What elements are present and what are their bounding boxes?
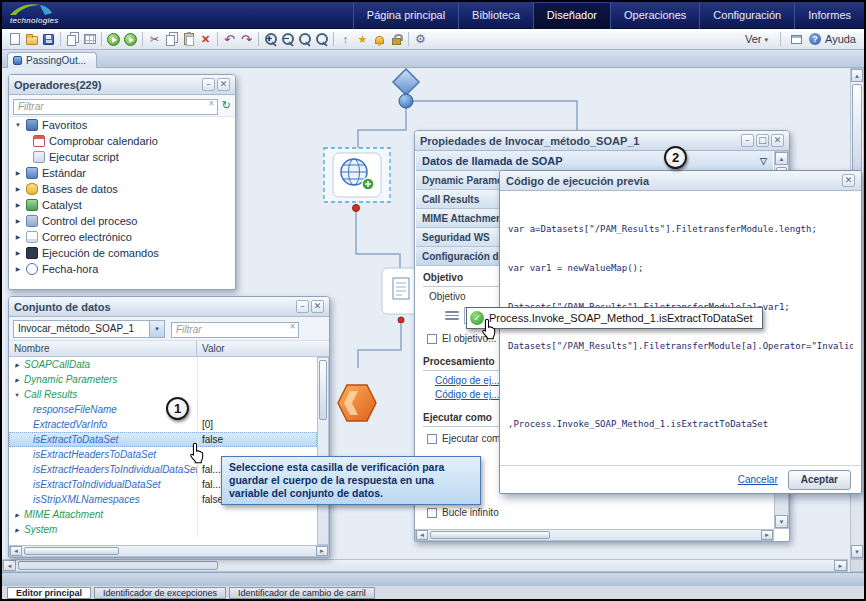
close-icon[interactable]: ✕ [311,300,324,313]
properties-panel-titlebar[interactable]: Propiedades de Invocar_método_SOAP_1 – □… [415,131,789,151]
scroll-down-arrow[interactable]: ▼ [851,545,863,558]
tree-item-favoritos[interactable]: ▼ Favoritos [9,117,235,133]
table-row-responsefilename[interactable]: responseFileName [9,402,317,417]
table-row-extractedvarinfo[interactable]: ExtractedVarInfo [0] [9,417,317,432]
operators-filter-input[interactable] [13,99,218,115]
cut-icon[interactable]: ✂ [146,31,163,48]
table-row-isextracttodataset[interactable]: isExtractToDataSet false [9,432,317,447]
alerts-icon[interactable] [371,31,388,48]
tree-item-bases-de-datos[interactable]: ▶ Bases de datos [9,181,235,197]
tree-closed-icon[interactable]: ▶ [13,358,21,372]
document-tab-passingout[interactable]: PassingOut... [7,52,97,68]
tree-closed-icon[interactable]: ▶ [14,246,22,261]
minimize-icon[interactable]: – [202,78,215,91]
column-header-valor[interactable]: Valor [197,341,329,356]
close-icon[interactable]: ✕ [217,78,230,91]
codigo-ejecucion-previa-link[interactable]: Código de ej... [435,375,500,387]
minimize-icon[interactable]: – [741,134,754,147]
operator-selector-dropdown[interactable]: Invocar_método_SOAP_1 ▾ [13,320,165,338]
column-header-nombre[interactable]: Nombre [9,341,197,356]
zoom-out-icon[interactable] [279,31,296,48]
close-icon[interactable]: ✕ [771,134,784,147]
zoom-in-icon[interactable] [262,31,279,48]
nav-configuracion[interactable]: Configuración [699,2,794,29]
dataset-vscrollbar[interactable] [317,357,329,545]
dataset-hscrollbar[interactable]: ◄ ► [9,545,329,557]
paste-icon[interactable] [180,31,197,48]
section-datos-de-llamada-de-soap[interactable]: Datos de llamada de SOAP ▽ [416,151,773,171]
open-icon[interactable] [23,31,40,48]
scroll-thumb[interactable] [430,531,550,539]
run-icon[interactable] [105,31,122,48]
properties-hscrollbar[interactable]: ◄ ► [415,529,774,541]
dataset-filter-input[interactable] [171,322,299,338]
new-file-icon[interactable] [6,31,23,48]
accept-button[interactable]: Aceptar [788,470,851,490]
tree-closed-icon[interactable]: ▶ [13,373,21,387]
tree-closed-icon[interactable]: ▶ [14,182,22,197]
tab-identificador-de-excepciones[interactable]: Identificador de excepciones [94,587,226,599]
tree-closed-icon[interactable]: ▶ [14,214,22,229]
dataset-panel-titlebar[interactable]: Conjunto de datos – ✕ [9,297,329,317]
zoom-page-icon[interactable] [296,31,313,48]
debug-run-icon[interactable] [122,31,139,48]
zoom-actual-icon[interactable] [313,31,330,48]
scroll-thumb[interactable] [24,547,119,555]
close-icon[interactable]: ✕ [842,174,855,187]
tree-closed-icon[interactable]: ▶ [14,198,22,213]
tree-open-icon[interactable]: ▼ [13,388,21,402]
table-row-dynamic-parameters[interactable]: ▶Dynamic Parameters [9,372,317,387]
text-lines-icon[interactable] [445,310,459,322]
tree-item-estandar[interactable]: ▶ Estándar [9,165,235,181]
lock-icon[interactable] [388,31,405,48]
nav-disenador[interactable]: Diseñador [533,2,610,29]
tree-closed-icon[interactable]: ▶ [14,262,22,277]
nav-biblioteca[interactable]: Biblioteca [458,2,533,29]
scroll-up-arrow[interactable]: ▲ [851,69,863,82]
tab-editor-principal[interactable]: Editor principal [7,587,91,599]
undo-icon[interactable]: ↶ [221,31,238,48]
exception-hexagon-node[interactable] [338,385,376,421]
scroll-right-arrow[interactable]: ► [761,530,773,540]
minimize-icon[interactable]: – [296,300,309,313]
ejecutar-como-checkbox[interactable] [427,434,437,444]
section-toggle-icon[interactable]: ▽ [760,152,767,170]
start-diamond-node[interactable] [393,69,419,108]
nav-informes[interactable]: Informes [794,2,864,29]
codigo-ejecucion-posterior-link[interactable]: Código de ej... [435,389,500,401]
scroll-up-arrow[interactable]: ▲ [775,152,788,165]
tree-item-comprobar-calendario[interactable]: Comprobar calendario [9,133,235,149]
scroll-down-arrow[interactable]: ▼ [775,515,788,528]
nav-pagina-principal[interactable]: Página principal [353,2,458,29]
library-grid-icon[interactable] [81,31,98,48]
nav-operaciones[interactable]: Operaciones [610,2,699,29]
help-button[interactable]: Ayuda [825,32,856,47]
layout-icon[interactable] [788,31,805,48]
code-dialog-titlebar[interactable]: Código de ejecución previa ✕ [500,171,861,191]
table-row-system[interactable]: ▶System [9,522,317,537]
favorites-icon[interactable]: ★ [354,31,371,48]
tree-closed-icon[interactable]: ▶ [13,523,21,537]
tree-item-fecha-hora[interactable]: ▶ Fecha-hora [9,261,235,277]
clear-filter-icon[interactable]: ✕ [208,99,215,109]
delete-icon[interactable]: ✕ [197,31,214,48]
tree-item-catalyst[interactable]: ▶ Catalyst [9,197,235,213]
operators-panel-titlebar[interactable]: Operadores(229) – ✕ [9,75,235,95]
scroll-thumb[interactable] [18,561,218,570]
link-port-icon[interactable] [399,94,413,108]
refresh-icon[interactable]: ↻ [222,99,231,112]
scroll-right-arrow[interactable]: ► [316,546,328,556]
tree-open-icon[interactable]: ▼ [14,118,22,133]
view-menu-button[interactable]: Ver▾ [740,30,773,49]
tree-item-control-del-proceso[interactable]: ▶ Control del proceso [9,213,235,229]
bucle-infinito-checkbox[interactable] [427,508,437,518]
settings-icon[interactable]: ⚙ [412,31,429,48]
table-row-soapcalldata[interactable]: ▶SOAPCallData [9,357,317,372]
scroll-left-arrow[interactable]: ◄ [10,546,22,556]
objetivo-checkbox[interactable] [427,334,437,344]
tree-item-ejecutar-script[interactable]: Ejecutar script [9,149,235,165]
tab-identificador-de-cambio-de-carril[interactable]: Identificador de cambio de carril [229,587,375,599]
tree-item-correo-electronico[interactable]: ▶ Correo electrónico [9,229,235,245]
redo-icon[interactable]: ↷ [238,31,255,48]
tree-closed-icon[interactable]: ▶ [14,230,22,245]
